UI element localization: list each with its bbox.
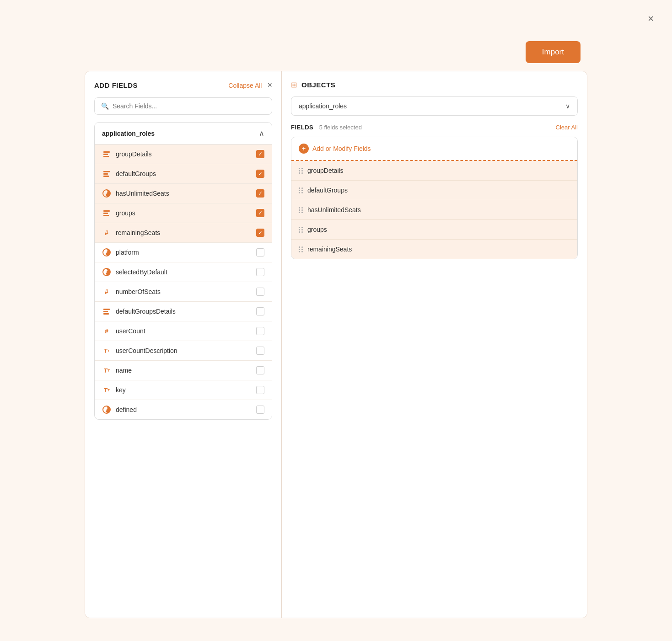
field-name: numberOfSeats (116, 288, 252, 295)
objects-grid-icon: ⊞ (291, 80, 297, 89)
drag-handle[interactable] (299, 168, 303, 174)
field-checkbox[interactable] (256, 327, 264, 335)
field-item[interactable]: # numberOfSeats (95, 282, 272, 302)
selected-field-name: groups (307, 226, 327, 233)
field-name: remainingSeats (116, 229, 252, 236)
field-checkbox[interactable] (256, 406, 264, 414)
selected-object-label: application_roles (299, 102, 347, 110)
field-checkbox[interactable]: ✓ (256, 170, 264, 178)
hash-icon: # (102, 228, 111, 237)
field-checkbox[interactable] (256, 386, 264, 394)
field-checkbox[interactable]: ✓ (256, 189, 264, 198)
field-checkbox[interactable]: ✓ (256, 150, 264, 158)
selected-fields-container: groupDetails defaultGroups (291, 161, 577, 259)
add-modify-fields-button[interactable]: + Add or Modify Fields (291, 137, 577, 161)
field-name: defaultGroupsDetails (116, 308, 252, 315)
field-item[interactable]: groups ✓ (95, 203, 272, 223)
drag-handle[interactable] (299, 187, 303, 193)
text-icon: TT (102, 346, 111, 355)
selected-field-item: remainingSeats (291, 240, 577, 259)
svg-point-1 (106, 191, 108, 193)
selected-field-name: remainingSeats (307, 246, 352, 253)
field-item[interactable]: # userCount (95, 321, 272, 341)
fields-label-group: FIELDS 5 fields selected (291, 123, 362, 131)
selected-field-name: defaultGroups (307, 187, 348, 194)
drag-handle[interactable] (299, 207, 303, 213)
field-list: groupDetails ✓ defaultGroups ✓ (95, 144, 272, 419)
left-panel-header: ADD FIELDS Collapse All × (94, 80, 272, 90)
field-name: groupDetails (116, 150, 252, 158)
search-input[interactable] (113, 102, 265, 110)
field-checkbox[interactable] (256, 288, 264, 296)
field-name: hasUnlimitedSeats (116, 190, 252, 197)
add-fields-title: ADD FIELDS (94, 81, 138, 89)
field-name: platform (116, 249, 252, 256)
boolean-icon (102, 248, 111, 257)
modal-close-button[interactable]: × (648, 13, 654, 25)
boolean-icon (102, 189, 111, 198)
selected-fields-list: + Add or Modify Fields groupDetails (291, 137, 578, 259)
field-item[interactable]: TT name (95, 361, 272, 380)
field-checkbox[interactable]: ✓ (256, 229, 264, 237)
add-icon: + (299, 144, 309, 154)
import-button[interactable]: Import (526, 41, 581, 63)
field-checkbox[interactable] (256, 307, 264, 315)
selected-field-item: defaultGroups (291, 181, 577, 200)
field-name: userCount (116, 327, 252, 335)
field-checkbox[interactable]: ✓ (256, 209, 264, 217)
field-checkbox[interactable] (256, 268, 264, 276)
field-item[interactable]: defaultGroups ✓ (95, 164, 272, 184)
bars-icon (102, 307, 111, 316)
field-item[interactable]: defaultGroupsDetails (95, 302, 272, 321)
field-group-header[interactable]: application_roles ∧ (95, 123, 272, 144)
field-name: userCountDescription (116, 347, 252, 354)
object-dropdown[interactable]: application_roles ∨ (291, 96, 578, 116)
field-checkbox[interactable] (256, 248, 264, 256)
svg-point-4 (106, 250, 108, 252)
drag-handle[interactable] (299, 227, 303, 233)
field-checkbox[interactable] (256, 347, 264, 355)
text-icon: TT (102, 366, 111, 375)
field-item[interactable]: selectedByDefault (95, 262, 272, 282)
left-header-actions: Collapse All × (228, 80, 272, 90)
field-name: defaultGroups (116, 170, 252, 177)
close-panel-button[interactable]: × (267, 80, 272, 90)
selected-field-item: groupDetails (291, 161, 577, 181)
svg-point-5 (106, 253, 108, 255)
field-name: name (116, 367, 252, 374)
search-box: 🔍 (94, 97, 272, 115)
field-group-name: application_roles (102, 130, 155, 137)
chevron-up-icon: ∧ (259, 129, 264, 138)
bars-icon (102, 169, 111, 178)
fields-section-header: FIELDS 5 fields selected Clear All (291, 123, 578, 131)
clear-all-button[interactable]: Clear All (556, 124, 578, 131)
field-item[interactable]: groupDetails ✓ (95, 144, 272, 164)
text-icon: TT (102, 385, 111, 395)
right-panel: ⊞ OBJECTS application_roles ∨ FIELDS 5 f… (282, 71, 587, 618)
field-item[interactable]: platform (95, 243, 272, 262)
hash-icon: # (102, 326, 111, 336)
main-panel: ADD FIELDS Collapse All × 🔍 application_… (85, 71, 587, 618)
boolean-icon (102, 405, 111, 414)
add-modify-label: Add or Modify Fields (312, 145, 371, 152)
field-name: defined (116, 406, 252, 413)
field-item[interactable]: TT userCountDescription (95, 341, 272, 361)
objects-title: OBJECTS (301, 81, 335, 89)
field-item[interactable]: defined (95, 400, 272, 419)
boolean-icon (102, 267, 111, 277)
selected-field-item: hasUnlimitedSeats (291, 200, 577, 220)
drag-handle[interactable] (299, 246, 303, 252)
fields-count: 5 fields selected (319, 124, 362, 131)
bars-icon (102, 150, 111, 159)
svg-point-7 (106, 270, 108, 272)
svg-point-2 (106, 194, 108, 196)
field-name: selectedByDefault (116, 268, 252, 276)
field-item[interactable]: # remainingSeats ✓ (95, 223, 272, 243)
selected-field-name: groupDetails (307, 167, 344, 174)
field-item[interactable]: TT key (95, 380, 272, 400)
field-checkbox[interactable] (256, 366, 264, 374)
left-panel: ADD FIELDS Collapse All × 🔍 application_… (85, 71, 282, 618)
field-item[interactable]: hasUnlimitedSeats ✓ (95, 184, 272, 203)
svg-point-11 (106, 411, 108, 412)
collapse-all-button[interactable]: Collapse All (228, 82, 262, 89)
